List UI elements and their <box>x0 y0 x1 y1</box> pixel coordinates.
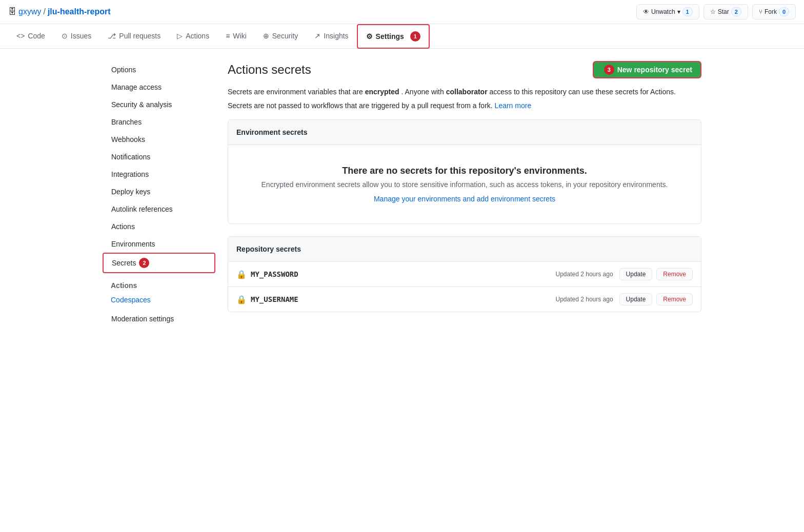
unwatch-count: 1 <box>682 7 693 16</box>
sidebar-item-security-analysis[interactable]: Security & analysis <box>103 96 215 113</box>
remove-my-username-button[interactable]: Remove <box>656 293 693 305</box>
lock-icon-my-password: 🔒 <box>236 270 247 279</box>
secret-actions-my-username: Update Remove <box>619 293 693 305</box>
sidebar-item-actions[interactable]: Actions <box>103 218 215 235</box>
issues-icon: ⊙ <box>62 32 68 40</box>
secret-actions-my-password: Update Remove <box>619 268 693 280</box>
repository-secrets-section: Repository secrets 🔒 MY_PASSWORD Updated… <box>228 236 701 312</box>
sidebar-item-autolink-references[interactable]: Autolink references <box>103 200 215 218</box>
tab-insights[interactable]: ↗ Insights <box>306 26 356 47</box>
actions-icon: ▷ <box>177 32 183 40</box>
fork-icon: ⑂ <box>759 8 762 15</box>
environment-secrets-empty: There are no secrets for this repository… <box>228 145 701 223</box>
tab-settings[interactable]: ⚙ Settings 1 <box>357 24 430 49</box>
pr-icon: ⎇ <box>108 32 116 40</box>
star-count: 2 <box>731 7 741 16</box>
star-button[interactable]: ☆ Star 2 <box>704 4 748 19</box>
remove-my-password-button[interactable]: Remove <box>656 268 693 280</box>
secret-name-my-username: MY_USERNAME <box>251 295 556 303</box>
top-bar-actions: 👁 Unwatch ▾ 1 ☆ Star 2 ⑂ Fork 0 <box>636 4 796 19</box>
sidebar-item-branches[interactable]: Branches <box>103 113 215 131</box>
tab-actions[interactable]: ▷ Actions <box>169 26 217 47</box>
repo-name-link[interactable]: jlu-health-report <box>48 7 111 16</box>
sidebar-item-manage-access[interactable]: Manage access <box>103 78 215 96</box>
top-bar: 🗄 gxywy / jlu-health-report 👁 Unwatch ▾ … <box>0 0 804 24</box>
tab-security[interactable]: ⊕ Security <box>255 26 307 47</box>
sidebar-item-secrets[interactable]: Secrets 2 <box>103 253 215 273</box>
manage-environments-link[interactable]: Manage your environments and add environ… <box>374 195 555 203</box>
update-my-username-button[interactable]: Update <box>619 293 653 305</box>
security-icon: ⊕ <box>263 32 269 40</box>
secret-updated-my-username: Updated 2 hours ago <box>556 296 613 303</box>
lock-icon-my-username: 🔒 <box>236 295 247 304</box>
sidebar-item-deploy-keys[interactable]: Deploy keys <box>103 183 215 200</box>
page-header: Actions secrets 3 New repository secret <box>228 61 701 78</box>
code-icon: <> <box>16 32 25 40</box>
env-secrets-empty-title: There are no secrets for this repository… <box>249 166 680 176</box>
fork-button[interactable]: ⑂ Fork 0 <box>752 4 796 19</box>
secret-updated-my-password: Updated 2 hours ago <box>556 271 613 278</box>
repository-secrets-header: Repository secrets <box>228 237 701 262</box>
layout: Options Manage access Security & analysi… <box>94 49 710 340</box>
secret-row-my-password: 🔒 MY_PASSWORD Updated 2 hours ago Update… <box>228 262 701 287</box>
new-secret-badge: 3 <box>604 65 614 75</box>
nav-tabs: <> Code ⊙ Issues ⎇ Pull requests ▷ Actio… <box>0 24 804 49</box>
env-secrets-empty-desc: Encrypted environment secrets allow you … <box>249 180 680 189</box>
repo-path: 🗄 gxywy / jlu-health-report <box>8 7 111 16</box>
tab-pull-requests[interactable]: ⎇ Pull requests <box>99 26 169 47</box>
learn-more-link[interactable]: Learn more <box>495 101 532 110</box>
fork-count: 0 <box>779 7 789 16</box>
sidebar-actions-section: Actions <box>103 277 215 294</box>
repo-icon: 🗄 <box>8 7 16 16</box>
repo-owner-link[interactable]: gxywy <box>18 7 41 16</box>
settings-icon: ⚙ <box>366 32 373 40</box>
update-my-password-button[interactable]: Update <box>619 268 653 280</box>
insights-icon: ↗ <box>314 32 320 40</box>
star-icon: ☆ <box>710 8 716 15</box>
sidebar-item-moderation[interactable]: Moderation settings <box>103 310 215 328</box>
sidebar-item-options[interactable]: Options <box>103 61 215 78</box>
new-repository-secret-button[interactable]: 3 New repository secret <box>593 61 701 78</box>
page-title: Actions secrets <box>228 63 311 77</box>
secret-name-my-password: MY_PASSWORD <box>251 270 556 278</box>
sidebar-codespaces-link[interactable]: Codespaces <box>103 294 215 306</box>
main-content: Actions secrets 3 New repository secret … <box>228 61 701 328</box>
tab-code[interactable]: <> Code <box>8 26 53 47</box>
environment-secrets-section: Environment secrets There are no secrets… <box>228 119 701 224</box>
sidebar-item-webhooks[interactable]: Webhooks <box>103 131 215 148</box>
sidebar-item-notifications[interactable]: Notifications <box>103 148 215 166</box>
settings-badge: 1 <box>410 31 420 42</box>
tab-wiki[interactable]: ≡ Wiki <box>217 26 255 47</box>
unwatch-icon: ▾ <box>677 8 680 15</box>
sidebar-item-environments[interactable]: Environments <box>103 235 215 253</box>
wiki-icon: ≡ <box>226 32 230 40</box>
actions-secrets-description: Secrets are environment variables that a… <box>228 87 701 111</box>
sidebar-item-integrations[interactable]: Integrations <box>103 166 215 183</box>
sidebar: Options Manage access Security & analysi… <box>103 61 215 328</box>
eye-icon: 👁 <box>643 8 649 15</box>
tab-issues[interactable]: ⊙ Issues <box>53 26 99 47</box>
secret-row-my-username: 🔒 MY_USERNAME Updated 2 hours ago Update… <box>228 287 701 312</box>
secrets-badge: 2 <box>139 258 149 268</box>
unwatch-button[interactable]: 👁 Unwatch ▾ 1 <box>636 4 699 19</box>
path-separator: / <box>43 7 45 16</box>
environment-secrets-header: Environment secrets <box>228 120 701 145</box>
